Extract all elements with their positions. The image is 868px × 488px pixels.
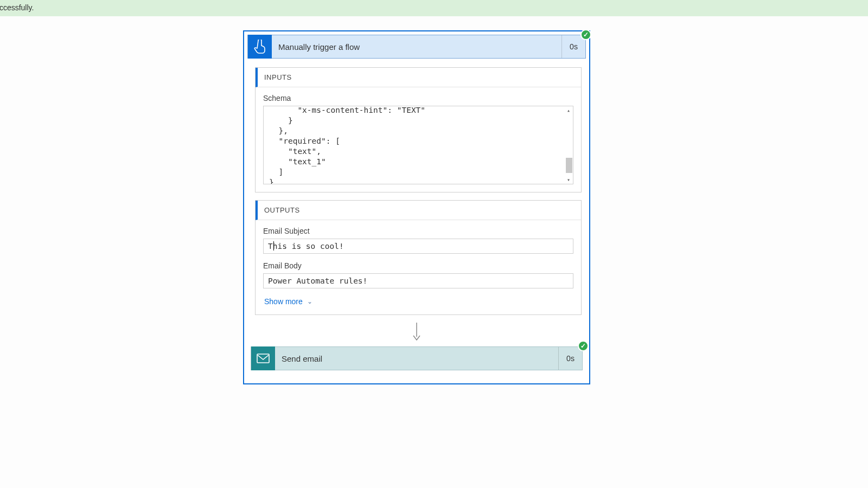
chevron-down-icon: ⌄	[307, 298, 312, 305]
schema-textarea[interactable]: "x-ms-content-hint": "TEXT" } }, "requir…	[263, 106, 573, 184]
schema-content: "x-ms-content-hint": "TEXT" } }, "requir…	[264, 106, 431, 184]
schema-label: Schema	[263, 94, 573, 102]
connector-arrow	[247, 323, 586, 342]
send-email-title: Send email	[275, 354, 558, 363]
scroll-up-icon[interactable]: ▴	[567, 107, 570, 113]
send-email-step[interactable]: ✓ Send email 0s	[251, 346, 583, 370]
outputs-panel: OUTPUTS Email Subject This is so cool! E…	[255, 200, 582, 315]
email-body-value[interactable]: Power Automate rules!	[263, 273, 573, 288]
selected-step-frame: ✓ Manually trigger a flow 0s INPUTS Sche…	[243, 30, 590, 384]
email-subject-text: This is so cool!	[268, 242, 344, 251]
flow-canvas: ✓ Manually trigger a flow 0s INPUTS Sche…	[243, 30, 590, 384]
inputs-panel: INPUTS Schema "x-ms-content-hint": "TEXT…	[255, 67, 582, 192]
show-more-link[interactable]: Show more ⌄	[263, 296, 312, 307]
trigger-title: Manually trigger a flow	[272, 42, 561, 52]
email-body-label: Email Body	[263, 261, 573, 270]
show-more-label: Show more	[264, 297, 303, 306]
email-subject-label: Email Subject	[263, 227, 573, 235]
email-body-text: Power Automate rules!	[268, 277, 367, 285]
success-banner: ran successfully.	[0, 0, 868, 16]
text-caret	[273, 241, 274, 251]
email-subject-value[interactable]: This is so cool!	[263, 239, 573, 254]
send-email-duration: 0s	[558, 347, 582, 370]
outputs-heading: OUTPUTS	[256, 201, 581, 220]
manual-trigger-icon	[248, 35, 272, 59]
send-email-header[interactable]: Send email 0s	[251, 346, 583, 370]
scroll-down-icon[interactable]: ▾	[567, 177, 570, 183]
schema-scrollbar[interactable]: ▴ ▾	[564, 106, 573, 184]
trigger-step[interactable]: ✓ Manually trigger a flow 0s	[247, 35, 586, 59]
trigger-step-header[interactable]: Manually trigger a flow 0s	[247, 35, 586, 59]
mail-icon	[251, 346, 275, 370]
inputs-heading: INPUTS	[256, 68, 581, 87]
scroll-thumb[interactable]	[566, 158, 572, 173]
success-check-icon: ✓	[578, 341, 589, 351]
success-check-icon: ✓	[580, 29, 591, 40]
svg-rect-1	[257, 354, 269, 363]
success-banner-text: ran successfully.	[0, 3, 868, 12]
